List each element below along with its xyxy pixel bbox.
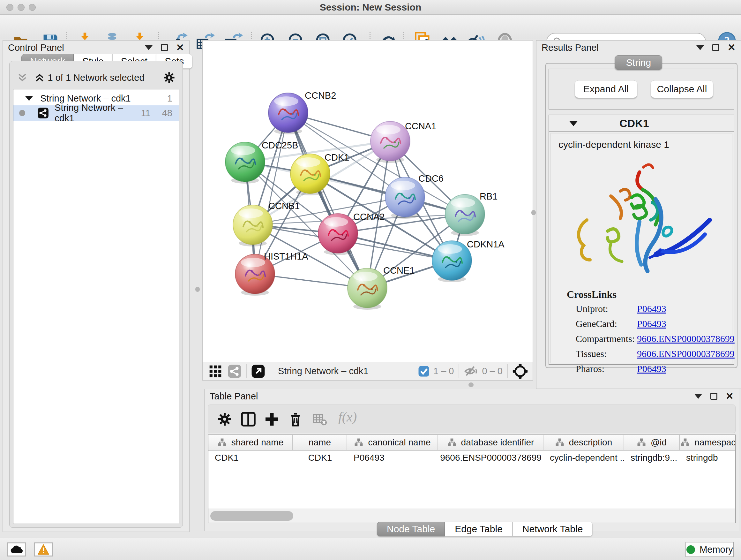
window-minimize-button[interactable] <box>17 4 24 11</box>
control-panel-title: Control Panel <box>8 43 64 53</box>
panel-collapse-icon[interactable] <box>694 394 702 399</box>
node-CDK1[interactable]: CDK1 <box>290 152 349 195</box>
node-CCNB1[interactable]: CCNB1 <box>233 201 300 246</box>
node-HIST1H1A[interactable]: HIST1H1A <box>235 251 308 296</box>
panel-collapse-icon[interactable] <box>145 45 152 50</box>
table-options-gear-icon[interactable] <box>217 412 232 427</box>
grid-view-icon[interactable] <box>208 364 222 378</box>
column-header-name[interactable]: name <box>293 435 347 450</box>
node-label-CDC25B: CDC25B <box>262 140 298 150</box>
collapse-all-button[interactable]: Collapse All <box>651 80 713 98</box>
open-external-icon[interactable] <box>251 364 265 378</box>
birdseye-crosshair-icon[interactable] <box>512 363 528 379</box>
edge-CCNB2-CCNE1[interactable] <box>288 113 367 288</box>
control-panel: Control Panel ✕ NetworkStyleSelectSets 1… <box>3 40 190 532</box>
column-header-canonical-name[interactable]: canonical name <box>347 435 438 450</box>
network-view-toolbar: String Network – cdk1 1 – 0 0 – 0 <box>202 362 533 381</box>
node-CDC6[interactable]: CDC6 <box>385 173 444 219</box>
section-caret-icon[interactable] <box>569 121 578 126</box>
node-CDKN1A[interactable]: CDKN1A <box>432 239 504 282</box>
network-view-title: String Network – cdk1 <box>278 366 368 376</box>
crosslink-link[interactable]: P06493 <box>637 318 666 329</box>
column-header-label: name <box>309 437 331 448</box>
hidden-counts: 0 – 0 <box>482 366 503 376</box>
network-view-icon[interactable] <box>227 364 242 378</box>
table-panel: Table Panel ✕ f(x) shared namenamecan <box>204 389 739 531</box>
network-collection-label: String Network – cdk1 <box>40 93 131 104</box>
crosslink-link[interactable]: 9606.ENSP00000378699 <box>637 333 735 344</box>
window-zoom-button[interactable] <box>29 4 36 11</box>
network-canvas[interactable]: CCNB2CCNA1CDC25BCDK1CDC6RB1CCNB1CCNA2CDK… <box>202 40 533 362</box>
node-CCNA1[interactable]: CCNA1 <box>370 121 436 163</box>
table-panel-title: Table Panel <box>210 391 258 401</box>
delete-table-icon[interactable] <box>312 412 327 427</box>
expand-all-button[interactable]: Expand All <box>575 80 637 98</box>
tab-node-table[interactable]: Node Table <box>377 522 445 537</box>
node-layer: CCNB2CCNA1CDC25BCDK1CDC6RB1CCNB1CCNA2CDK… <box>225 90 504 310</box>
tab-edge-table[interactable]: Edge Table <box>445 522 513 537</box>
splitter-handle[interactable] <box>531 210 536 215</box>
panel-float-icon[interactable] <box>712 44 719 51</box>
column-header-namespace[interactable]: namespace <box>680 435 736 450</box>
panel-close-icon[interactable]: ✕ <box>726 393 734 400</box>
delete-column-icon[interactable] <box>288 412 303 427</box>
main-toolbar: ? <box>0 15 741 39</box>
table-horizontal-scrollbar[interactable] <box>208 509 735 523</box>
function-builder-icon[interactable]: f(x) <box>338 409 357 425</box>
network-tree: String Network – cdk1 1 String Network –… <box>13 89 179 524</box>
column-header-label: description <box>569 437 612 448</box>
network-row-selected[interactable]: String Network – cdk1 11 48 <box>13 105 179 121</box>
edge-CCNB2-HIST1H1A[interactable] <box>255 113 288 274</box>
crosslink-link[interactable]: 9606.ENSP00000378699 <box>637 348 735 359</box>
memory-label: Memory <box>699 544 733 555</box>
splitter-handle[interactable] <box>195 287 200 292</box>
hidden-eye-icon[interactable] <box>464 364 478 379</box>
panel-float-icon[interactable] <box>711 393 718 400</box>
node-CCNE1[interactable]: CCNE1 <box>347 265 414 310</box>
column-header-description[interactable]: description <box>543 435 624 450</box>
gene-section-header[interactable]: CDK1 <box>549 115 734 132</box>
results-panel: Results Panel ✕ String Expand All Collap… <box>536 40 741 389</box>
tab-string[interactable]: String <box>615 55 662 70</box>
panel-close-icon[interactable]: ✕ <box>728 44 736 51</box>
network-selection-status: 1 of 1 Network selected <box>10 72 183 83</box>
warning-status-button[interactable] <box>34 543 53 557</box>
column-header--id[interactable]: @id <box>624 435 680 450</box>
node-RB1[interactable]: RB1 <box>445 191 497 236</box>
panel-close-icon[interactable]: ✕ <box>176 44 184 51</box>
cloud-status-button[interactable] <box>7 543 26 557</box>
status-separator <box>507 364 508 378</box>
node-table: shared namenamecanonical namedatabase id… <box>208 435 736 523</box>
window-title: Session: New Session <box>0 0 741 15</box>
node-label-CDK1: CDK1 <box>325 152 349 163</box>
network-graph[interactable]: CCNB2CCNA1CDC25BCDK1CDC6RB1CCNB1CCNA2CDK… <box>203 41 533 362</box>
column-header-database-identifier[interactable]: database identifier <box>438 435 543 450</box>
add-column-icon[interactable] <box>264 412 280 427</box>
expand-collapse-bar: Expand All Collapse All <box>549 69 734 110</box>
node-CCNA2[interactable]: CCNA2 <box>318 212 385 255</box>
panel-float-icon[interactable] <box>161 44 168 51</box>
column-header-label: namespace <box>694 437 736 448</box>
network-tab-content: 1 of 1 Network selected String Network –… <box>9 61 183 528</box>
crosslink-link[interactable]: P06493 <box>637 303 666 314</box>
crosslink-label: GeneCard: <box>576 318 636 329</box>
memory-button[interactable]: Memory <box>685 542 734 557</box>
column-header-shared-name[interactable]: shared name <box>208 435 293 450</box>
panel-collapse-icon[interactable] <box>696 45 704 50</box>
table-row[interactable]: CDK1CDK1P064939606.ENSP00000378699cyclin… <box>208 450 735 465</box>
node-label-CCNA2: CCNA2 <box>353 212 385 222</box>
window-close-button[interactable] <box>6 4 13 11</box>
node-CDC25B[interactable]: CDC25B <box>225 140 298 184</box>
tree-expand-caret-icon[interactable] <box>25 96 33 101</box>
node-CCNB2[interactable]: CCNB2 <box>268 90 336 134</box>
control-panel-header: Control Panel ✕ <box>3 41 189 55</box>
selected-checkbox-icon[interactable] <box>418 366 429 377</box>
show-columns-icon[interactable] <box>241 412 256 427</box>
crosslink-link[interactable]: P06493 <box>637 363 666 374</box>
results-panel-header: Results Panel ✕ <box>536 41 741 55</box>
splitter-handle[interactable] <box>468 382 474 387</box>
scrollbar-thumb[interactable] <box>210 511 293 521</box>
network-options-gear-icon[interactable] <box>163 71 176 84</box>
tab-network-table[interactable]: Network Table <box>513 522 593 537</box>
table-toolbar: f(x) <box>208 405 736 433</box>
